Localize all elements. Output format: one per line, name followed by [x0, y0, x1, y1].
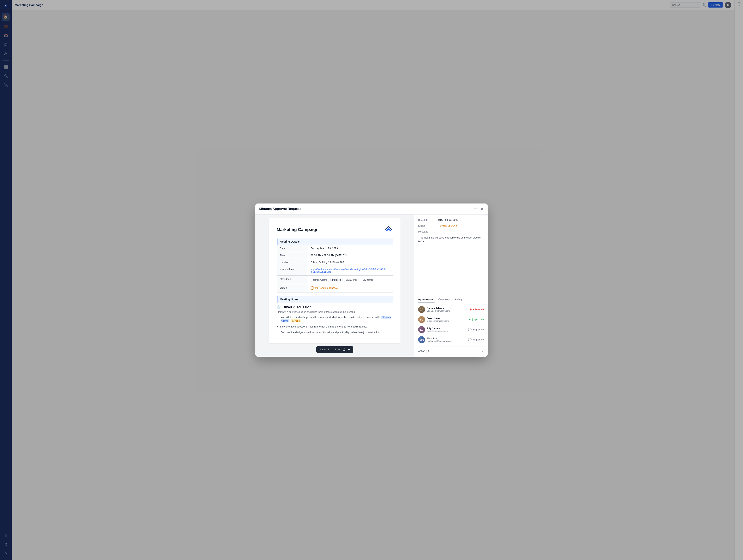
modal-header: Minutes Approval Request ··· ✕ [255, 203, 488, 215]
due-date-value: Tue, Feb 16, 2022 [438, 218, 458, 221]
modal-header-actions: ··· ✕ [474, 206, 484, 211]
requested-label-lily: Requested [473, 328, 484, 331]
approver-matt-riff: MR Matt Riff jmohamed@company.com ? Requ… [418, 336, 484, 343]
approver-info-lily: Lily James ffaisal@company.com [427, 327, 466, 332]
tab-approvers[interactable]: Approvers (4) [418, 298, 435, 303]
status-value: Pending approval [308, 284, 393, 292]
note-text-2: If anyone have questions, feel free to a… [279, 325, 367, 329]
requested-label-matt: Requested [473, 338, 484, 341]
page-current: 1 [328, 348, 329, 351]
message-row: Message [418, 230, 484, 233]
approver-info-matt: Matt Riff jmohamed@company.com [427, 337, 466, 342]
zoom-reset-button[interactable]: ⊙ [343, 348, 346, 351]
status-row: Status Pending approval [418, 224, 484, 227]
approver-email-sara: Sjones@company.com [427, 320, 468, 322]
meeting-details-table: Date Sunday, March 23, 2023 Time 01:00 P… [277, 245, 393, 292]
approved-icon: ✓ [469, 318, 473, 321]
approvers-tabs: Approvers (4) Comments Activity [418, 298, 484, 303]
approver-avatar-matt: MR [418, 336, 425, 343]
attendee-tag-sara: Sara Jones [344, 278, 359, 282]
approver-name-sara: Sara Jones [427, 317, 468, 320]
note-item-2: If anyone have questions, feel free to a… [277, 325, 393, 329]
approver-status-sara: ✓ Approved [469, 318, 484, 321]
status-label: Status [277, 284, 308, 292]
approver-info-james: James Adams Jadams@company.com [427, 307, 468, 312]
modal-overlay: Minutes Approval Request ··· ✕ Marketing… [0, 0, 743, 560]
table-row-attendees: Attendees James Adams Matt Riff Sara Jon… [277, 275, 393, 284]
requested-icon-lily: ? [468, 328, 472, 331]
location-label: Location [277, 259, 308, 266]
approved-label: Approved [474, 318, 484, 321]
location-value: Office, Building 13, Street 266 [308, 259, 393, 266]
table-row-link: adam.ai Link https://platform.adam.ai/me… [277, 266, 393, 275]
date-value: Sunday, March 23, 2023 [308, 245, 393, 252]
tab-comments[interactable]: Comments [438, 298, 451, 303]
page-label: Page [320, 348, 325, 351]
due-date-label: Due date [418, 218, 436, 222]
action-label: Action (2) [418, 349, 429, 353]
requested-icon-matt: ? [468, 338, 472, 341]
status-field-value: Pending approval [438, 224, 457, 227]
table-row-date: Date Sunday, March 23, 2023 [277, 245, 393, 252]
link-label: adam.ai Link [277, 266, 308, 275]
attendee-tag-james: James Adams [311, 278, 329, 282]
attendees-label: Attendees [277, 275, 308, 284]
approver-lily-james: LJ Lily James ffaisal@company.com ? Requ… [418, 326, 484, 333]
right-panel: Due date Tue, Feb 16, 2022 Status Pendin… [414, 215, 488, 357]
buyer-discussion-title: 🗒️ Buyer discussion [277, 305, 393, 310]
time-label: Time [277, 252, 308, 259]
approver-name-lily: Lily James [427, 327, 466, 330]
doc-title: Marketing Campaign [277, 227, 318, 232]
modal-body: Marketing Campaign Meeting Details Date [255, 215, 488, 357]
document-panel: Marketing Campaign Meeting Details Date [255, 215, 414, 357]
page-controls: Page 1 / 2 − ⊙ + [316, 346, 353, 353]
attendee-tag-matt: Matt Riff [331, 278, 343, 282]
approver-avatar-james: JA [418, 306, 425, 313]
zoom-in-button[interactable]: + [348, 348, 350, 351]
due-date-row: Due date Tue, Feb 16, 2022 [418, 218, 484, 222]
note-bullet-icon [277, 326, 278, 327]
zoom-out-button[interactable]: − [338, 348, 340, 351]
approver-info-sara: Sara Jones Sjones@company.com [427, 317, 468, 322]
more-options-button[interactable]: ··· [474, 206, 478, 211]
message-label: Message [418, 230, 436, 233]
action-section: Action (2) ∨ [418, 346, 484, 353]
doc-logo [384, 225, 393, 234]
adam-link[interactable]: https://platform.adam.ai/meetings/room?m… [311, 268, 386, 274]
link-value: https://platform.adam.ai/meetings/room?m… [308, 266, 393, 275]
time-tag-30: 30 mins [291, 319, 301, 322]
attendee-tag-lily: Lily James [361, 278, 375, 282]
note-text-1: We will dicuss what happened last week a… [281, 315, 393, 323]
table-row-status: Status Pending approval [277, 284, 393, 292]
modal-title: Minutes Approval Request [259, 207, 301, 211]
approvers-list: JA James Adams Jadams@company.com ✕ Reje… [418, 306, 484, 346]
discussion-emoji: 🗒️ [277, 305, 281, 310]
action-chevron-icon[interactable]: ∨ [481, 349, 484, 353]
approver-name-matt: Matt Riff [427, 337, 466, 340]
note-checkbox-icon [277, 331, 279, 333]
rejected-icon: ✕ [470, 308, 474, 311]
note-circle-icon [277, 316, 279, 318]
approver-sara-jones: SJ Sara Jones Sjones@company.com ✓ Appro… [418, 316, 484, 323]
doc-header: Marketing Campaign [277, 225, 393, 234]
approver-status-james: ✕ Rejected [470, 308, 484, 311]
meeting-notes-section: Meeting Notes 🗒️ Buyer discussion Start … [277, 296, 393, 334]
message-text: This meeting's purpose is to follow up o… [418, 236, 484, 293]
rejected-label: Rejected [475, 308, 484, 311]
status-pending-badge: Pending approval [311, 286, 338, 290]
note-item-1: We will dicuss what happened last week a… [277, 315, 393, 323]
close-button[interactable]: ✕ [480, 206, 484, 211]
table-row-location: Location Office, Building 13, Street 266 [277, 259, 393, 266]
approver-james-adams: JA James Adams Jadams@company.com ✕ Reje… [418, 306, 484, 313]
meeting-notes-header: Meeting Notes [277, 296, 393, 302]
note-text-3: Focus of the design should be on functio… [281, 330, 379, 334]
document-page: Marketing Campaign Meeting Details Date [269, 218, 400, 343]
time-value: 01:00 PM - 02:00 PM (GMT+02) [308, 252, 393, 259]
approver-email-lily: ffaisal@company.com [427, 330, 466, 332]
status-field-label: Status [418, 224, 436, 227]
approver-avatar-lily: LJ [418, 326, 425, 333]
modal: Minutes Approval Request ··· ✕ Marketing… [255, 203, 488, 357]
page-separator: / [332, 348, 332, 351]
page-total: 2 [335, 348, 336, 351]
tab-activity[interactable]: Activity [454, 298, 462, 303]
